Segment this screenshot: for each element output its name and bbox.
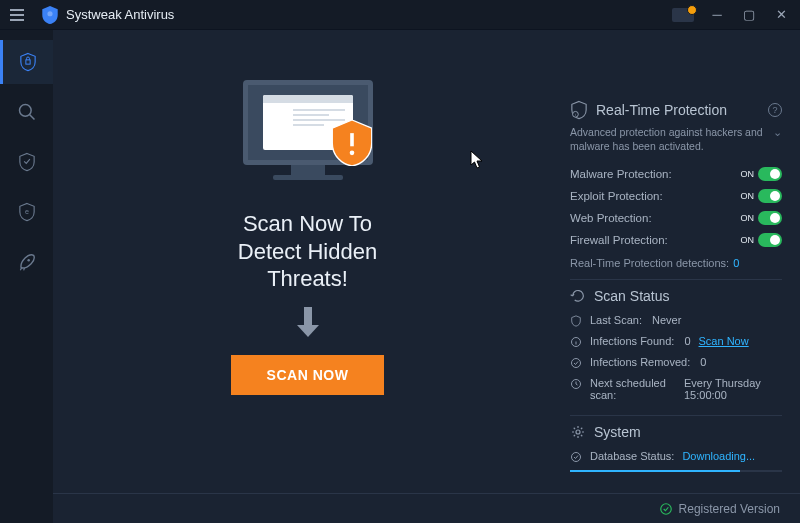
svg-point-16 xyxy=(576,430,580,434)
footer: Registered Version xyxy=(53,493,800,523)
app-title: Systweak Antivirus xyxy=(66,7,174,22)
svg-text:e: e xyxy=(25,208,29,216)
check-circle-green-icon xyxy=(659,502,673,516)
toggle-exploit: Exploit Protection: ON xyxy=(570,185,782,207)
scan-heading: Scan Now To Detect Hidden Threats! xyxy=(238,210,377,293)
svg-text:i: i xyxy=(575,112,576,117)
center-panel: Scan Now To Detect Hidden Threats! SCAN … xyxy=(53,30,562,523)
toggle-firewall: Firewall Protection: ON xyxy=(570,229,782,251)
check-circle-icon xyxy=(570,451,582,463)
sidebar-item-protection[interactable] xyxy=(0,140,53,184)
db-status-value: Downloading... xyxy=(682,450,755,462)
scan-now-button[interactable]: SCAN NOW xyxy=(231,355,385,395)
toggle-firewall-switch[interactable]: ON xyxy=(741,233,783,247)
toggle-malware: Malware Protection: ON xyxy=(570,163,782,185)
svg-point-18 xyxy=(660,503,671,514)
svg-line-3 xyxy=(29,115,34,120)
app-logo-icon xyxy=(42,6,58,24)
sidebar: e xyxy=(0,30,53,523)
toggle-exploit-switch[interactable]: ON xyxy=(741,189,783,203)
alert-shield-icon xyxy=(332,120,372,166)
system-header: System xyxy=(570,424,782,440)
sidebar-item-optimize[interactable] xyxy=(0,240,53,284)
clock-icon xyxy=(570,378,582,390)
help-icon[interactable]: ? xyxy=(768,103,782,117)
mouse-cursor-icon xyxy=(470,150,484,170)
realtime-header: i Real-Time Protection ? xyxy=(570,100,782,120)
svg-point-7 xyxy=(349,151,354,156)
svg-rect-8 xyxy=(304,307,312,325)
detections-row: Real-Time Protection detections:0 xyxy=(570,257,782,269)
infections-found-row: Infections Found:0 Scan Now xyxy=(570,331,782,352)
shield-e-icon: e xyxy=(17,202,37,222)
close-button[interactable]: ✕ xyxy=(772,6,790,24)
toggle-web-switch[interactable]: ON xyxy=(741,211,783,225)
minimize-button[interactable]: ─ xyxy=(708,6,726,24)
realtime-note: Advanced protection against hackers and … xyxy=(570,126,782,153)
sidebar-item-scan[interactable] xyxy=(0,90,53,134)
toggle-web: Web Protection: ON xyxy=(570,207,782,229)
toggle-malware-switch[interactable]: ON xyxy=(741,167,783,181)
shield-check-icon xyxy=(17,152,37,172)
maximize-button[interactable]: ▢ xyxy=(740,6,758,24)
db-status-row: Database Status: Downloading... xyxy=(570,446,782,467)
gear-icon xyxy=(570,424,586,440)
svg-point-2 xyxy=(19,105,31,117)
down-arrow-icon xyxy=(293,305,323,339)
scan-status-header: Scan Status xyxy=(570,288,782,304)
shield-lock-icon xyxy=(18,52,38,72)
svg-point-5 xyxy=(27,259,30,262)
shield-small-icon xyxy=(570,315,582,327)
svg-rect-1 xyxy=(26,60,30,64)
svg-point-14 xyxy=(572,359,581,368)
sidebar-item-privacy[interactable]: e xyxy=(0,190,53,234)
shield-info-icon: i xyxy=(570,100,588,120)
next-scan-row: Next scheduled scan:Every Thursday 15:00… xyxy=(570,373,782,405)
chevron-down-icon[interactable]: ⌄ xyxy=(773,126,782,153)
right-panel: i Real-Time Protection ? Advanced protec… xyxy=(562,30,800,523)
refresh-icon xyxy=(570,288,586,304)
sidebar-item-home[interactable] xyxy=(0,40,53,84)
rocket-icon xyxy=(17,252,37,272)
realtime-title: Real-Time Protection xyxy=(596,102,727,118)
download-progress xyxy=(570,470,782,472)
notification-badge-icon[interactable] xyxy=(672,8,694,22)
scan-status-title: Scan Status xyxy=(594,288,670,304)
search-icon xyxy=(17,102,37,122)
svg-point-17 xyxy=(572,453,581,462)
system-title: System xyxy=(594,424,641,440)
svg-point-0 xyxy=(47,11,52,16)
footer-text: Registered Version xyxy=(679,502,780,516)
infections-removed-row: Infections Removed:0 xyxy=(570,352,782,373)
last-scan-row: Last Scan:Never xyxy=(570,310,782,331)
menu-icon[interactable] xyxy=(10,9,24,21)
check-circle-icon xyxy=(570,357,582,369)
titlebar: Systweak Antivirus ─ ▢ ✕ xyxy=(0,0,800,30)
info-icon xyxy=(570,336,582,348)
monitor-illustration xyxy=(238,80,378,190)
scan-now-link[interactable]: Scan Now xyxy=(699,335,749,347)
